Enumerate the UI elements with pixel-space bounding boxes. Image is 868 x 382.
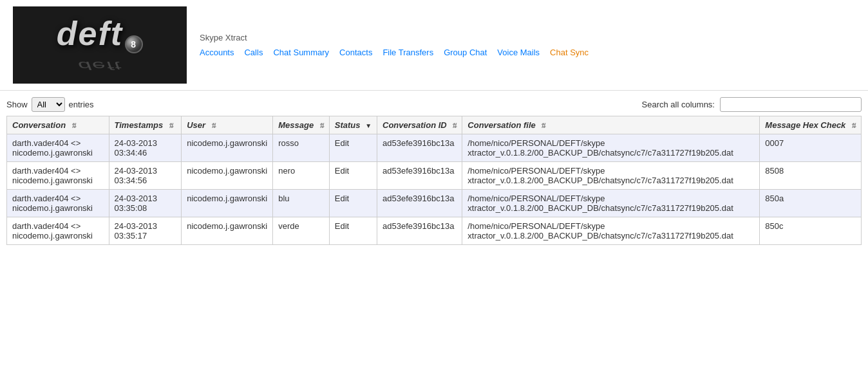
header: deft8 deft Skype Xtract Accounts Calls C… xyxy=(0,0,868,91)
sort-icon-conversation: ⇅ xyxy=(71,122,76,129)
nav-group-chat[interactable]: Group Chat xyxy=(444,48,487,57)
cell-5: ad53efe3916bc13a xyxy=(377,217,462,245)
cell-6: /home/nico/PERSONAL/DEFT/skype xtractor_… xyxy=(462,162,760,190)
cell-1: 24-03-2013 03:35:08 xyxy=(109,190,182,217)
cell-0: darth.vader404 <> nicodemo.j.gawronski xyxy=(7,134,109,162)
cell-7: 850c xyxy=(760,217,862,245)
nav-chat-sync[interactable]: Chat Sync xyxy=(550,48,589,57)
search-area: Search all columns: xyxy=(642,97,862,112)
controls-row: Show All 10 25 50 100 entries Search all… xyxy=(0,91,868,116)
cell-3: blu xyxy=(273,190,330,217)
col-conversation-file[interactable]: Conversation file ⇅ xyxy=(462,116,760,134)
table-row: darth.vader404 <> nicodemo.j.gawronski24… xyxy=(7,162,862,190)
cell-5: ad53efe3916bc13a xyxy=(377,190,462,217)
sort-icon-conv-file: ⇅ xyxy=(540,122,545,129)
show-label: Show xyxy=(6,100,28,109)
app-name: Skype Xtract xyxy=(200,33,589,42)
nav-accounts[interactable]: Accounts xyxy=(200,48,234,57)
cell-4: Edit xyxy=(329,134,377,162)
nav-chat-summary[interactable]: Chat Summary xyxy=(273,48,329,57)
cell-3: rosso xyxy=(273,134,330,162)
cell-3: verde xyxy=(273,217,330,245)
show-entries: Show All 10 25 50 100 entries xyxy=(6,97,94,112)
nav-file-transfers[interactable]: File Transfers xyxy=(382,48,433,57)
cell-0: darth.vader404 <> nicodemo.j.gawronski xyxy=(7,190,109,217)
cell-2: nicodemo.j.gawronski xyxy=(182,190,273,217)
cell-6: /home/nico/PERSONAL/DEFT/skype xtractor_… xyxy=(462,134,760,162)
table-row: darth.vader404 <> nicodemo.j.gawronski24… xyxy=(7,134,862,162)
sort-icon-hex: ⇅ xyxy=(851,122,856,129)
cell-7: 8508 xyxy=(760,162,862,190)
sort-icon-user: ⇅ xyxy=(211,122,216,129)
col-message[interactable]: Message ⇅ xyxy=(273,116,330,134)
cell-7: 850a xyxy=(760,190,862,217)
cell-3: nero xyxy=(273,162,330,190)
table-wrapper: Conversation ⇅ Timestamps ⇅ User ⇅ Messa… xyxy=(0,116,868,245)
nav-voice-mails[interactable]: Voice Mails xyxy=(497,48,540,57)
cell-5: ad53efe3916bc13a xyxy=(377,134,462,162)
sort-icon-message: ⇅ xyxy=(319,122,324,129)
search-input[interactable] xyxy=(720,97,862,112)
col-timestamps[interactable]: Timestamps ⇅ xyxy=(109,116,182,134)
nav-area: Skype Xtract Accounts Calls Chat Summary… xyxy=(200,33,589,57)
cell-7: 0007 xyxy=(760,134,862,162)
cell-1: 24-03-2013 03:34:56 xyxy=(109,162,182,190)
nav-links: Accounts Calls Chat Summary Contacts Fil… xyxy=(200,48,589,57)
col-user[interactable]: User ⇅ xyxy=(182,116,273,134)
cell-6: /home/nico/PERSONAL/DEFT/skype xtractor_… xyxy=(462,217,760,245)
cell-1: 24-03-2013 03:35:17 xyxy=(109,217,182,245)
nav-contacts[interactable]: Contacts xyxy=(339,48,372,57)
entries-select[interactable]: All 10 25 50 100 xyxy=(32,97,65,112)
data-table: Conversation ⇅ Timestamps ⇅ User ⇅ Messa… xyxy=(6,116,862,245)
cell-2: nicodemo.j.gawronski xyxy=(182,134,273,162)
cell-4: Edit xyxy=(329,217,377,245)
sort-icon-timestamps: ⇅ xyxy=(168,122,173,129)
table-row: darth.vader404 <> nicodemo.j.gawronski24… xyxy=(7,217,862,245)
table-row: darth.vader404 <> nicodemo.j.gawronski24… xyxy=(7,190,862,217)
cell-0: darth.vader404 <> nicodemo.j.gawronski xyxy=(7,217,109,245)
sort-icon-conv-id: ⇅ xyxy=(451,122,457,129)
cell-1: 24-03-2013 03:34:46 xyxy=(109,134,182,162)
logo-area: deft8 deft xyxy=(13,6,187,84)
cell-2: nicodemo.j.gawronski xyxy=(182,217,273,245)
col-conversation[interactable]: Conversation ⇅ xyxy=(7,116,109,134)
cell-5: ad53efe3916bc13a xyxy=(377,162,462,190)
col-message-hex[interactable]: Message Hex Check ⇅ xyxy=(760,116,862,134)
cell-2: nicodemo.j.gawronski xyxy=(182,162,273,190)
sort-icon-status: ▼ xyxy=(365,122,372,129)
cell-6: /home/nico/PERSONAL/DEFT/skype xtractor_… xyxy=(462,190,760,217)
col-conversation-id[interactable]: Conversation ID ⇅ xyxy=(377,116,462,134)
table-header-row: Conversation ⇅ Timestamps ⇅ User ⇅ Messa… xyxy=(7,116,862,134)
entries-label: entries xyxy=(69,100,94,109)
search-label: Search all columns: xyxy=(642,100,715,109)
col-status[interactable]: Status ▼ xyxy=(329,116,377,134)
cell-4: Edit xyxy=(329,190,377,217)
cell-4: Edit xyxy=(329,162,377,190)
cell-0: darth.vader404 <> nicodemo.j.gawronski xyxy=(7,162,109,190)
nav-calls[interactable]: Calls xyxy=(244,48,263,57)
